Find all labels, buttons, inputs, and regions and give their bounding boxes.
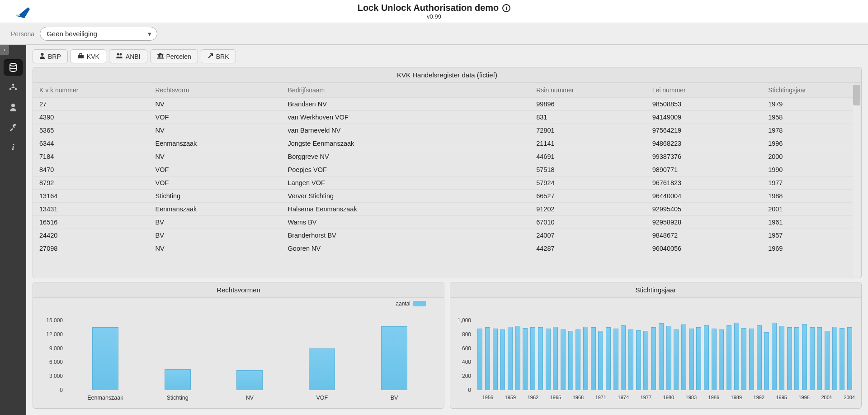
sidebar-item-user-icon[interactable] xyxy=(4,99,23,115)
bar[interactable] xyxy=(810,327,815,390)
tab-kvk[interactable]: KVK xyxy=(71,49,106,63)
table-row[interactable]: 7184NVBorggreve NV44691993873762000 xyxy=(33,150,861,163)
table-row[interactable]: 27098NVGooren NV44287960400561969 xyxy=(33,242,861,255)
bar[interactable] xyxy=(92,327,118,390)
x-tick: 1992 xyxy=(754,395,764,400)
bar[interactable] xyxy=(651,327,656,390)
table-row[interactable]: 27NVBrandsen NV99896985088531979 xyxy=(33,98,861,111)
bar[interactable] xyxy=(621,325,626,390)
x-tick: 1965 xyxy=(550,395,561,400)
scrollbar-thumb[interactable] xyxy=(853,85,860,105)
bar[interactable] xyxy=(772,323,777,390)
bar[interactable] xyxy=(734,323,739,390)
bar[interactable] xyxy=(165,369,191,390)
bar[interactable] xyxy=(794,327,799,390)
table-row[interactable]: 8470VOFPoepjes VOF5751898907711990 xyxy=(33,163,861,176)
x-tick: 2004 xyxy=(844,395,854,400)
bar[interactable] xyxy=(741,328,746,390)
tab-anbi[interactable]: ANBI xyxy=(109,49,147,63)
bar[interactable] xyxy=(659,323,664,390)
bar[interactable] xyxy=(538,327,543,390)
bar[interactable] xyxy=(719,329,724,390)
table-row[interactable]: 13164StichtingVerver Stichting6652796440… xyxy=(33,190,861,203)
bar[interactable] xyxy=(840,328,844,390)
bar[interactable] xyxy=(485,327,490,390)
sidebar-item-data-icon[interactable] xyxy=(4,59,23,76)
col-header[interactable]: Rsin nummer xyxy=(530,83,646,98)
bar[interactable] xyxy=(832,327,837,390)
col-header[interactable]: K v k nummer xyxy=(33,83,149,98)
bar[interactable] xyxy=(546,329,551,390)
bar[interactable] xyxy=(236,370,263,390)
bar[interactable] xyxy=(726,325,731,390)
bar[interactable] xyxy=(704,325,709,390)
chart-stichtingsjaar: Stichtingsjaar 02004006008001,000 195619… xyxy=(450,282,862,409)
table-cell: 1996 xyxy=(762,137,861,150)
bar[interactable] xyxy=(553,327,558,390)
tab-brp[interactable]: BRP xyxy=(33,49,68,63)
table-row[interactable]: 16516BVWams BV67010929589281961 xyxy=(33,216,861,229)
bar[interactable] xyxy=(696,327,701,390)
bar[interactable] xyxy=(825,331,830,390)
bar[interactable] xyxy=(757,325,762,390)
bar[interactable] xyxy=(802,324,807,390)
bar[interactable] xyxy=(613,329,618,390)
svg-rect-13 xyxy=(157,57,164,58)
bar[interactable] xyxy=(606,327,611,390)
info-icon[interactable]: i xyxy=(502,4,510,12)
bar[interactable] xyxy=(561,329,566,390)
bar[interactable] xyxy=(515,326,520,390)
bar[interactable] xyxy=(508,327,513,390)
tab-brk[interactable]: BRK xyxy=(201,49,236,63)
bar[interactable] xyxy=(689,329,694,390)
bar[interactable] xyxy=(712,329,717,390)
bar[interactable] xyxy=(674,329,679,390)
bar[interactable] xyxy=(817,327,822,390)
bar[interactable] xyxy=(493,329,498,390)
bar[interactable] xyxy=(847,327,852,390)
bar[interactable] xyxy=(530,327,535,390)
bar-slot: Stichting xyxy=(142,320,214,390)
table-cell: 99387376 xyxy=(646,150,762,163)
sidebar-item-tool-icon[interactable] xyxy=(4,119,23,135)
bar[interactable] xyxy=(381,326,407,390)
bar[interactable] xyxy=(591,327,596,390)
sidebar-item-org-icon[interactable] xyxy=(4,79,23,95)
bar[interactable] xyxy=(787,327,792,390)
table-row[interactable]: 24420BVBranderhorst BV2400798486721957 xyxy=(33,229,861,242)
bar[interactable] xyxy=(477,329,482,390)
bar[interactable] xyxy=(681,324,686,390)
col-header[interactable]: Lei nummer xyxy=(646,83,762,98)
bar[interactable] xyxy=(523,328,528,390)
table-cell: 2001 xyxy=(762,203,861,216)
table-row[interactable]: 4390VOFvan Werkhoven VOF831941490091958 xyxy=(33,111,861,124)
chart2-plot: 1956195919621965196819711974197719801983… xyxy=(476,320,853,390)
bar[interactable] xyxy=(749,329,754,390)
persona-select[interactable]: Geen beveiliging xyxy=(40,27,157,41)
bar[interactable] xyxy=(764,332,769,390)
col-header[interactable]: Bedrijfsnaam xyxy=(282,83,530,98)
bar[interactable] xyxy=(500,329,505,390)
table-row[interactable]: 13431EenmanszaakHalsema Eenmanszaak91202… xyxy=(33,203,861,216)
sidebar-collapse[interactable]: › xyxy=(0,45,9,55)
col-header[interactable]: Rechtsvorm xyxy=(149,83,281,98)
table-cell: van Werkhoven VOF xyxy=(282,111,530,124)
table-row[interactable]: 8792VOFLangen VOF57924967618231977 xyxy=(33,176,861,190)
sidebar-item-info-icon[interactable]: i xyxy=(4,139,23,155)
bar[interactable] xyxy=(779,326,784,390)
bar[interactable] xyxy=(576,329,580,390)
bar[interactable] xyxy=(666,326,671,390)
svg-rect-11 xyxy=(160,55,161,57)
bar[interactable] xyxy=(309,348,335,390)
bar[interactable] xyxy=(643,331,648,390)
bar[interactable] xyxy=(636,330,641,390)
table-row[interactable]: 6344EenmanszaakJongste Eenmanszaak211419… xyxy=(33,137,861,150)
bar[interactable] xyxy=(583,327,588,390)
bar[interactable] xyxy=(568,331,573,390)
col-header[interactable]: Stichtingsjaar xyxy=(762,83,861,98)
table-scrollbar[interactable] xyxy=(853,84,860,277)
bar[interactable] xyxy=(598,331,603,390)
tab-percelen[interactable]: Percelen xyxy=(150,49,198,63)
table-row[interactable]: 5365NVvan Barneveld NV72801975642191978 xyxy=(33,124,861,137)
bar[interactable] xyxy=(628,329,633,390)
